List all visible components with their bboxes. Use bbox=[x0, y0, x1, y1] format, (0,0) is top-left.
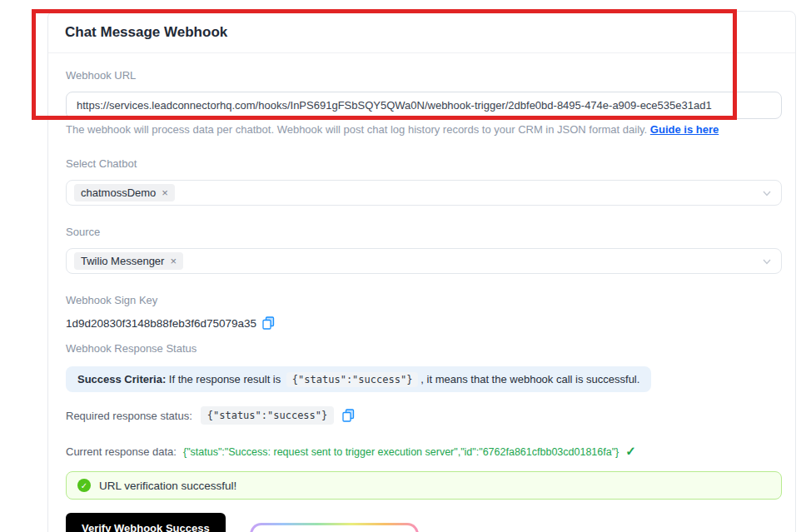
required-status-row: Required response status: {"status":"suc… bbox=[66, 406, 782, 425]
copy-icon[interactable] bbox=[342, 409, 355, 422]
verification-success-alert: ✓ URL verification successful! bbox=[66, 471, 782, 500]
copy-icon[interactable] bbox=[262, 316, 275, 330]
webhook-description: The webhook will process data per chatbo… bbox=[66, 123, 782, 136]
current-response-row: Current response data: {"status":"Succes… bbox=[66, 444, 782, 459]
current-response-value: {"status":"Success: request sent to trig… bbox=[183, 446, 619, 458]
required-status-label: Required response status: bbox=[66, 410, 192, 422]
card-body: Webhook URL The webhook will process dat… bbox=[48, 69, 795, 532]
chevron-down-icon bbox=[762, 256, 772, 266]
chatbot-select[interactable]: chatmossDemo × bbox=[66, 180, 782, 206]
select-chatbot-label: Select Chatbot bbox=[66, 157, 782, 170]
success-check-icon: ✓ bbox=[77, 479, 91, 492]
webhook-settings-card: Chat Message Webhook Webhook URL The web… bbox=[47, 11, 796, 532]
chatbot-tag-label: chatmossDemo bbox=[81, 186, 156, 199]
rainbow-gradient-panel bbox=[250, 523, 419, 532]
verification-success-text: URL verification successful! bbox=[99, 480, 236, 492]
success-criteria-info-box: Success Criteria: If the response result… bbox=[66, 366, 651, 392]
sign-key-value: 1d9d20830f3148b88feb3f6d75079a35 bbox=[66, 317, 256, 330]
guide-link[interactable]: Guide is here bbox=[650, 123, 719, 136]
source-label: Source bbox=[66, 226, 782, 238]
source-tag: Twilio Messenger × bbox=[74, 252, 183, 270]
description-text: The webhook will process data per chatbo… bbox=[66, 123, 650, 136]
criteria-text-pre: If the response result is bbox=[166, 373, 284, 385]
verify-webhook-button[interactable]: Verify Webhook Success bbox=[66, 513, 226, 532]
chatbot-tag: chatmossDemo × bbox=[74, 184, 175, 201]
criteria-heading: Success Criteria: bbox=[77, 373, 166, 385]
required-status-code: {"status":"success"} bbox=[201, 406, 335, 425]
sign-key-row: 1d9d20830f3148b88feb3f6d75079a35 bbox=[66, 316, 782, 330]
page-title: Chat Message Webhook bbox=[65, 24, 227, 41]
remove-source-tag-icon[interactable]: × bbox=[170, 256, 177, 266]
sign-key-label: Webhook Sign Key bbox=[66, 294, 782, 306]
card-header: Chat Message Webhook bbox=[48, 12, 795, 53]
chevron-down-icon bbox=[762, 188, 772, 198]
check-icon: ✓ bbox=[625, 444, 636, 459]
criteria-text-post: , it means that the webhook call is succ… bbox=[420, 373, 639, 385]
response-status-label: Webhook Response Status bbox=[66, 342, 782, 355]
webhook-url-label: Webhook URL bbox=[66, 69, 782, 82]
remove-chatbot-tag-icon[interactable]: × bbox=[162, 187, 168, 198]
webhook-url-input[interactable] bbox=[66, 92, 782, 119]
source-select[interactable]: Twilio Messenger × bbox=[66, 248, 782, 274]
criteria-code: {"status":"success"} bbox=[286, 372, 419, 387]
source-tag-label: Twilio Messenger bbox=[81, 255, 164, 267]
current-response-label: Current response data: bbox=[66, 445, 177, 458]
